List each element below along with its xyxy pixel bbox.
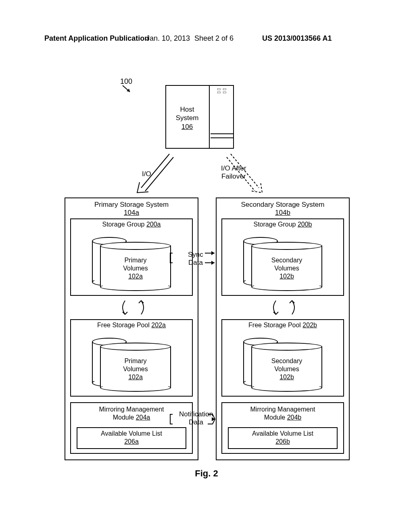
sync-data-arrow-icon [169, 248, 187, 268]
notif-l2: Data [189, 418, 203, 426]
secondary-pool-cylinder: Secondary Volumes 102b [243, 338, 323, 393]
primary-pool-ref: 202a [151, 322, 166, 328]
avl-title: Available Volume List [252, 430, 313, 437]
vol-ref: 102b [280, 374, 294, 380]
mgmt-l1: Mirroring Management [99, 406, 164, 413]
vol-ref: 102b [280, 273, 294, 280]
notification-data-arrowhead-icon [208, 409, 220, 429]
secondary-group-title: Storage Group 200b [222, 221, 343, 228]
figure-caption: Fig. 2 [0, 468, 413, 479]
secondary-pool-title: Free Storage Pool 202b [222, 322, 343, 329]
mgmt-ref: 204b [287, 414, 302, 421]
cylinder-front-icon: Secondary Volumes 102b [251, 242, 322, 291]
io-left-arrow-icon [131, 151, 176, 197]
avl-ref: 206a [77, 438, 186, 446]
primary-swap-arrows-icon [113, 297, 153, 318]
primary-group-prefix: Storage Group [102, 221, 145, 228]
sync-data-arrowhead-icon [205, 248, 221, 268]
secondary-group-ref: 200b [298, 221, 312, 228]
vol-l2: Volumes [123, 366, 148, 372]
vol-l1: Secondary [271, 357, 302, 364]
cylinder-front-icon: Primary Volumes 102a [100, 242, 171, 291]
secondary-group-prefix: Storage Group [254, 221, 296, 228]
primary-vol-label: Primary Volumes 102a [100, 256, 171, 281]
cylinder-front-icon: Primary Volumes 102a [100, 343, 171, 392]
sync-l1: Sync [188, 251, 203, 258]
secondary-storage-group: Storage Group 200b Secondary Volumes 102… [221, 218, 344, 296]
mgmt-l2: Module [113, 414, 134, 421]
io-left-label: I/O [142, 170, 151, 178]
svg-marker-9 [211, 261, 215, 265]
header-sheet: Sheet 2 of 6 [194, 34, 234, 43]
host-system-drive [210, 85, 234, 149]
primary-pool-cylinder: Primary Volumes 102a [92, 338, 172, 393]
sync-l2: Data [188, 259, 203, 266]
host-system-box: ▭ ▭▭ ▭ Host System 106 [165, 85, 235, 149]
host-drive-line [211, 137, 234, 138]
vol-ref: 102a [128, 374, 143, 380]
host-label-line1: Host [180, 106, 194, 113]
primary-avl-box: Available Volume List 206a [77, 427, 186, 449]
secondary-mgmt-title: Mirroring Management Module 204b [222, 405, 343, 422]
primary-pool-label: Primary Volumes 102a [100, 357, 171, 381]
sync-data-label: Sync Data [188, 251, 203, 266]
vol-l2: Volumes [274, 366, 299, 372]
secondary-title: Secondary Storage System 104b [221, 201, 345, 217]
secondary-swap-arrows-icon [264, 297, 304, 318]
primary-group-ref: 200a [146, 221, 161, 228]
host-drive-line [211, 133, 234, 134]
cylinder-front-icon: Secondary Volumes 102b [251, 343, 322, 392]
mgmt-l2: Module [264, 414, 285, 421]
host-ref: 106 [181, 123, 193, 131]
io-right-line1: I/O After [221, 164, 246, 172]
secondary-vol-label: Secondary Volumes 102b [251, 256, 322, 281]
primary-volumes-cylinder: Primary Volumes 102a [92, 237, 172, 292]
host-label-line2: System [176, 114, 199, 122]
figure-ref-arrow-icon [121, 84, 133, 94]
secondary-volumes-cylinder: Secondary Volumes 102b [243, 237, 323, 292]
primary-ref: 104a [69, 209, 194, 217]
secondary-storage-system: Secondary Storage System 104b Storage Gr… [216, 197, 350, 460]
vol-ref: 102a [128, 273, 143, 280]
page: Patent Application Publication Jan. 10, … [0, 0, 413, 532]
io-right-label: I/O After Failover [221, 164, 246, 181]
primary-free-pool: Free Storage Pool 202a Primary Volumes 1… [70, 319, 193, 397]
io-right-line2: Failover [221, 172, 246, 180]
vol-l2: Volumes [123, 265, 148, 272]
host-drive-dots-icon: ▭ ▭▭ ▭ [217, 87, 227, 94]
primary-title: Primary Storage System 104a [69, 201, 194, 217]
secondary-ref: 104b [221, 209, 345, 217]
vol-l1: Secondary [271, 257, 302, 264]
vol-l2: Volumes [274, 265, 299, 272]
secondary-pool-label: Secondary Volumes 102b [251, 357, 322, 381]
secondary-mgmt-module: Mirroring Management Module 204b Availab… [221, 402, 344, 454]
header-pubnum: US 2013/0013566 A1 [262, 34, 332, 43]
secondary-pool-ref: 202b [302, 322, 317, 328]
vol-l1: Primary [124, 257, 146, 264]
host-system-label: Host System 106 [171, 105, 203, 131]
secondary-title-text: Secondary Storage System [241, 201, 325, 208]
secondary-avl-box: Available Volume List 206b [228, 427, 338, 449]
primary-pool-title: Free Storage Pool 202a [71, 322, 192, 329]
header-date: Jan. 10, 2013 [146, 34, 190, 43]
svg-marker-7 [211, 251, 215, 255]
secondary-free-pool: Free Storage Pool 202b Secondary Volumes… [221, 319, 344, 397]
mgmt-ref: 204a [136, 414, 150, 421]
avl-title: Available Volume List [101, 430, 162, 437]
primary-pool-prefix: Free Storage Pool [97, 322, 150, 328]
secondary-pool-prefix: Free Storage Pool [248, 322, 301, 328]
vol-l1: Primary [124, 357, 146, 364]
avl-ref: 206b [229, 438, 337, 446]
primary-group-title: Storage Group 200a [71, 221, 192, 228]
primary-title-text: Primary Storage System [94, 201, 169, 208]
mgmt-l1: Mirroring Management [250, 406, 315, 413]
header-publication: Patent Application Publication [44, 34, 149, 43]
